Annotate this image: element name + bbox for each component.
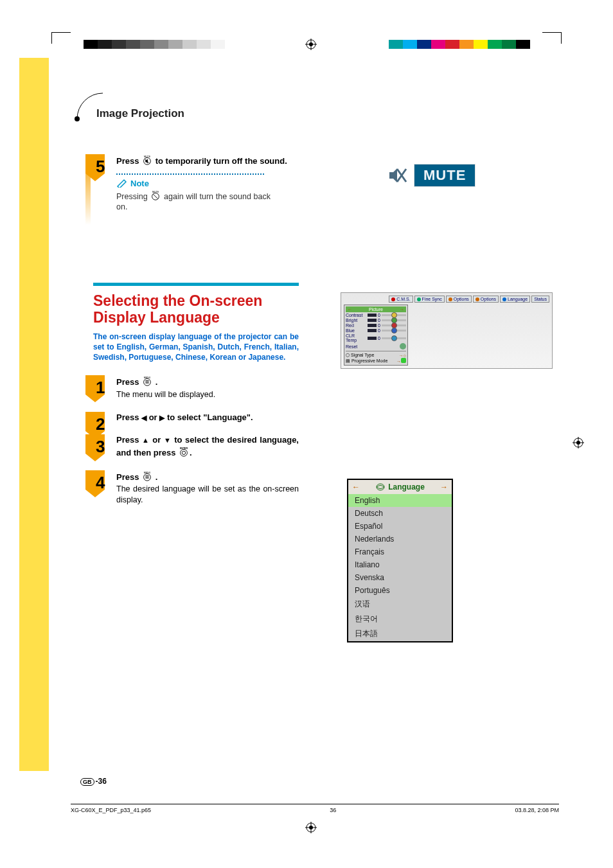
language-option[interactable]: English (348, 494, 452, 507)
section-intro: The on-screen display language of the pr… (93, 332, 299, 363)
picture-row: CLR Temp0 (346, 333, 406, 342)
svg-point-11 (576, 441, 580, 445)
left-arrow-icon: ← (352, 483, 360, 492)
language-option[interactable]: Nederlands (348, 533, 452, 545)
step-2: 2 Press ◀ or ▶ to select "Language". (93, 412, 299, 423)
picture-panel: ←Picture→ Contrast0Bright0Red0Blue0CLR T… (344, 305, 408, 366)
menu-tab-cms: C.M.S. (389, 296, 413, 303)
language-option[interactable]: Português (348, 584, 452, 597)
colorbar-left (84, 40, 225, 49)
language-option[interactable]: Deutsch (348, 507, 452, 520)
step-1: 1 Press MENU . The menu will be displaye… (93, 375, 299, 400)
svg-text:MUTE: MUTE (152, 190, 159, 193)
step-number: 4 (96, 473, 105, 493)
header-title: Image Projection (96, 107, 184, 120)
language-option[interactable]: Français (348, 545, 452, 558)
mute-speaker-crossed-icon (386, 164, 409, 187)
menu-tab-finesync: Fine Sync (414, 296, 445, 303)
menu-tab-options2: Options (473, 296, 499, 303)
svg-text:ENTER: ENTER (180, 447, 188, 449)
language-option[interactable]: Italiano (348, 558, 452, 571)
svg-point-34 (144, 474, 151, 481)
svg-rect-24 (145, 381, 148, 382)
mute-button-icon: MUTE (141, 154, 153, 163)
svg-text:MENU: MENU (144, 471, 151, 474)
menu-tabs: C.M.S. Fine Sync Options Options Languag… (344, 296, 549, 303)
svg-rect-35 (145, 475, 148, 476)
svg-point-12 (75, 116, 80, 121)
step4-sub: The desired language will be set as the … (116, 484, 299, 506)
language-panel-title: Language (388, 483, 425, 492)
language-option[interactable]: Svenska (348, 571, 452, 584)
mute-osd-label: MUTE (414, 164, 475, 187)
down-arrow-icon: ▼ (164, 436, 172, 444)
crop-corner-tl (51, 32, 71, 44)
registration-mark-right (573, 437, 584, 451)
enter-button-icon: ENTER (178, 446, 190, 455)
step1-sub: The menu will be displayed. (116, 389, 299, 400)
svg-point-3 (309, 42, 313, 46)
menu-button-icon: MENU (141, 470, 153, 479)
svg-point-31 (182, 451, 185, 454)
svg-point-23 (144, 379, 151, 386)
menu-tab-language: Language (500, 296, 530, 303)
picture-row: Blue0 (346, 328, 406, 333)
step-number: 3 (96, 437, 105, 457)
language-globe-icon (375, 483, 386, 492)
left-arrow-icon: ◀ (141, 414, 147, 421)
mute-button-icon: MUTE (150, 190, 161, 199)
svg-text:MENU: MENU (144, 376, 151, 379)
note-row: Note (116, 179, 299, 188)
language-list: EnglishDeutschEspañolNederlandsFrançaisI… (348, 494, 452, 641)
up-arrow-icon: ▲ (142, 436, 150, 444)
section-heading: Selecting the On-screen Display Language (93, 292, 299, 326)
left-column: 5 Press MUTE to temporarily turn off the… (93, 154, 299, 517)
language-option[interactable]: Español (348, 520, 452, 533)
page-number: GB-36 (80, 777, 107, 786)
note-label: Note (130, 179, 149, 188)
registration-mark-bottom (305, 822, 317, 836)
language-option[interactable]: 한국어 (348, 612, 452, 626)
svg-point-40 (377, 484, 384, 490)
svg-point-30 (181, 449, 188, 456)
crop-marks-top (19, 32, 594, 58)
language-option[interactable]: 日本語 (348, 626, 452, 641)
step-number: 1 (96, 378, 105, 398)
section-side-tab (19, 58, 49, 771)
svg-rect-25 (145, 382, 148, 382)
language-option[interactable]: 汉语 (348, 597, 452, 612)
picture-row: Bright0 (346, 318, 406, 323)
crop-corner-tr (542, 32, 562, 44)
picture-row: Red0 (346, 323, 406, 328)
svg-rect-26 (145, 383, 148, 384)
footer-file: XG-C60X_E_PDF_p33_41.p65 (71, 807, 151, 813)
step-3: 3 Press ▲ or ▼ to select the desired lan… (93, 434, 299, 458)
footer-date: 03.8.28, 2:08 PM (515, 807, 559, 813)
right-arrow-icon: → (440, 483, 448, 492)
osd-menu-screenshot: C.M.S. Fine Sync Options Options Languag… (341, 292, 553, 369)
step5-text-a: Press (116, 156, 141, 166)
note-text: Pressing MUTE again will turn the sound … (116, 190, 271, 213)
section-divider-bar (93, 283, 299, 286)
svg-line-20 (154, 194, 158, 199)
svg-text:MUTE: MUTE (144, 155, 151, 158)
language-panel-header: ← Language → (348, 480, 452, 494)
step-number: 5 (96, 157, 105, 177)
step5-text-b: to temporarily turn off the sound. (155, 156, 287, 166)
svg-rect-37 (145, 477, 148, 478)
picture-row: Contrast0 (346, 313, 406, 317)
menu-tab-status: Status (531, 296, 549, 303)
footer-meta: XG-C60X_E_PDF_p33_41.p65 36 03.8.28, 2:0… (71, 804, 559, 813)
note-pencil-icon (116, 179, 128, 188)
step-4: 4 Press MENU . The desired language will… (93, 470, 299, 506)
menu-tab-options1: Options (446, 296, 472, 303)
footer-page: 36 (330, 807, 336, 813)
menu-button-icon: MENU (141, 375, 153, 384)
svg-point-44 (309, 826, 313, 829)
step-5: 5 Press MUTE to temporarily turn off the… (93, 154, 299, 244)
svg-rect-36 (145, 476, 148, 477)
page-header: Image Projection (77, 87, 296, 125)
dotted-divider (116, 173, 264, 175)
colorbar-right (389, 40, 530, 49)
mute-osd-indicator: MUTE (386, 164, 495, 187)
